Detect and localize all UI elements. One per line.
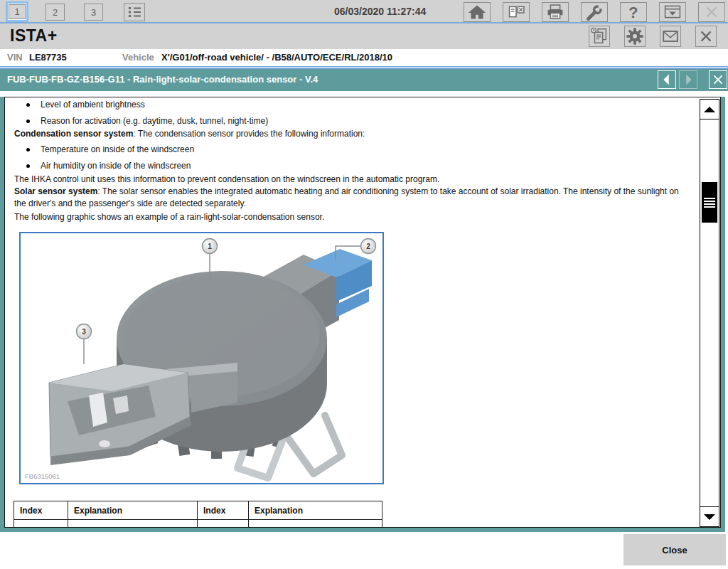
svg-text:?: ? — [628, 4, 638, 21]
vehicle-bar: VIN LE87735 Vehicle X'/G01/off-road vehi… — [0, 49, 728, 66]
vin-label: VIN — [7, 52, 23, 63]
mail-button[interactable] — [660, 26, 681, 47]
svg-text:2: 2 — [366, 243, 370, 250]
app-title: ISTA+ — [10, 26, 58, 46]
tab-2-button[interactable]: 2 — [46, 4, 65, 21]
table-row — [14, 520, 382, 528]
vertical-scrollbar[interactable] — [700, 99, 719, 527]
svg-text:1: 1 — [208, 243, 212, 250]
list-view-button[interactable] — [124, 3, 145, 21]
bullet-item: Air humidity on inside of the windscreen — [26, 161, 191, 171]
table-cell-empty — [14, 520, 68, 528]
scroll-up-button[interactable] — [700, 100, 719, 119]
forward-arrow-icon — [680, 70, 697, 89]
tools-button[interactable] — [581, 2, 608, 22]
graphic-intro-paragraph: The following graphic shows an example o… — [14, 211, 679, 223]
scrollbar-thumb[interactable] — [702, 182, 717, 223]
home-icon — [464, 2, 490, 22]
table-header-row: Index Explanation Index Explanation — [14, 501, 382, 520]
operations-report-icon — [589, 26, 609, 47]
scroll-down-button[interactable] — [700, 506, 719, 526]
document-title: FUB-FUB-FB-GZ-B156-G11 - Rain-light-sola… — [7, 74, 318, 85]
bullet-dot — [26, 148, 30, 151]
index-table: Index Explanation Index Explanation — [14, 501, 382, 528]
ihka-paragraph: The IHKA control unit uses this informat… — [14, 174, 679, 186]
display-close-button[interactable] — [503, 2, 530, 22]
settings-button[interactable] — [624, 26, 646, 47]
list-view-icon — [124, 4, 144, 21]
operations-report-button[interactable] — [589, 26, 610, 47]
figure-code: FB6315061 — [25, 472, 60, 480]
app-bar: ISTA+ — [0, 23, 728, 49]
document-content-panel: Level of ambient brightness Reason for a… — [4, 97, 721, 528]
footer-bar: Close — [0, 532, 728, 568]
bullet-dot — [26, 103, 30, 107]
close-document-button[interactable] — [709, 70, 727, 89]
table-cell-empty — [198, 520, 249, 528]
col-header-explanation-2: Explanation — [249, 501, 382, 520]
back-button[interactable] — [658, 70, 676, 89]
content-frame: Level of ambient brightness Reason for a… — [0, 97, 725, 532]
print-button[interactable] — [542, 2, 569, 22]
table-cell-empty — [68, 520, 198, 528]
vehicle-label: Vehicle — [122, 52, 154, 63]
help-icon: ? — [621, 2, 646, 22]
close-disabled-icon — [699, 2, 724, 22]
top-toolbar: 1 2 3 06/03/2020 11:27:44 — [0, 0, 728, 23]
scroll-down-icon — [703, 514, 716, 521]
home-button[interactable] — [464, 2, 491, 22]
tab-3-button[interactable]: 3 — [84, 4, 103, 21]
wrench-icon — [582, 2, 607, 22]
solar-paragraph: Solar sensor system: The solar sensor en… — [14, 186, 679, 210]
condensation-paragraph: Condensation sensor system: The condensa… — [14, 128, 679, 140]
col-header-explanation-1: Explanation — [68, 501, 198, 520]
close-button[interactable]: Close — [623, 534, 726, 565]
help-button[interactable]: ? — [620, 2, 647, 22]
bullet-dot — [26, 164, 30, 168]
bullet-dot — [26, 119, 30, 123]
svg-text:3: 3 — [82, 328, 86, 336]
print-icon — [542, 2, 568, 22]
callout-1: 1 — [203, 239, 218, 254]
close-icon — [696, 26, 716, 47]
vehicle-value: X'/G01/off-road vehicle/ - /B58/AUTO/ECE… — [161, 52, 392, 63]
callout-2: 2 — [361, 239, 376, 254]
panel-expand-icon — [660, 2, 685, 22]
close-x-icon — [710, 70, 727, 89]
vin-value: LE87735 — [29, 52, 67, 63]
sensor-figure: 1 2 3 FB6315061 — [19, 232, 384, 484]
panel-expand-button[interactable] — [659, 2, 686, 22]
close-disabled-button — [698, 2, 725, 22]
back-arrow-icon — [658, 70, 675, 89]
callout-3: 3 — [77, 324, 92, 339]
table-cell-empty — [249, 520, 382, 528]
bullet-item: Reason for activation (e.g. daytime, dus… — [26, 116, 268, 126]
mail-envelope-icon — [660, 26, 680, 47]
bullet-item: Temperature on inside of the windscreen — [26, 144, 194, 154]
close-app-button[interactable] — [695, 26, 717, 47]
scroll-up-icon — [703, 106, 716, 113]
col-header-index-2: Index — [198, 501, 249, 520]
display-close-icon — [503, 2, 529, 22]
tab-1-button[interactable]: 1 — [9, 4, 26, 19]
scrollbar-grip — [704, 198, 715, 208]
tab-1-selected-ring: 1 — [6, 1, 28, 22]
forward-button-disabled — [679, 70, 697, 89]
datetime-display: 06/03/2020 11:27:44 — [334, 6, 426, 17]
sensor-illustration: 1 2 3 FB6315061 — [21, 233, 382, 483]
col-header-index-1: Index — [14, 501, 68, 520]
bullet-item: Level of ambient brightness — [26, 100, 145, 110]
gap — [0, 91, 728, 97]
document-titlebar: FUB-FUB-FB-GZ-B156-G11 - Rain-light-sola… — [0, 69, 728, 91]
settings-gear-icon — [625, 26, 645, 47]
